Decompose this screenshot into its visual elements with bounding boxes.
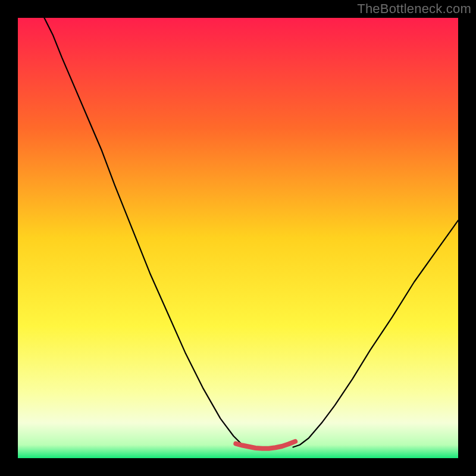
chart-root: TheBottleneck.com — [0, 0, 476, 476]
watermark-text: TheBottleneck.com — [357, 1, 471, 17]
gradient-background — [18, 18, 458, 458]
chart-svg — [18, 18, 458, 458]
plot-area — [18, 18, 458, 458]
